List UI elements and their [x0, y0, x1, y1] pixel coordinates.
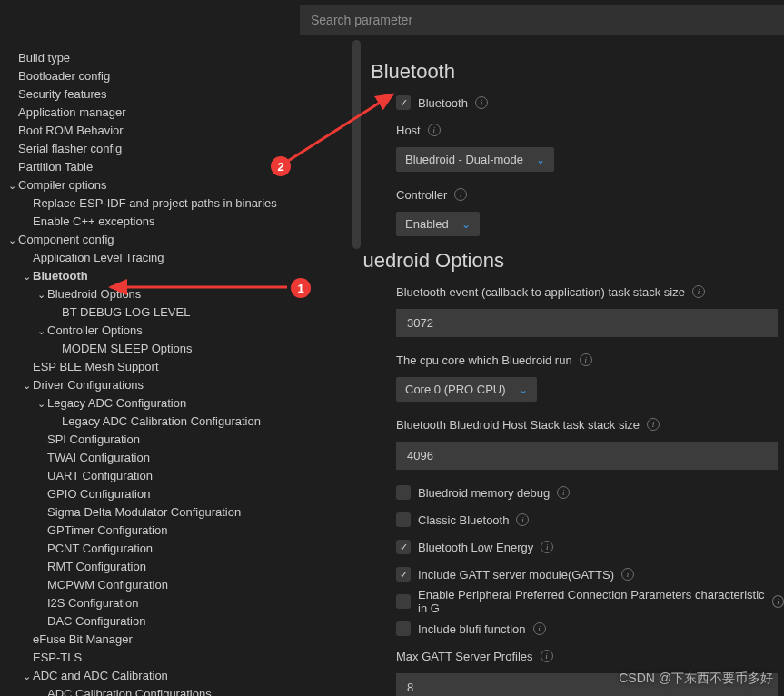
controller-select[interactable]: Enabled ⌄	[396, 212, 480, 236]
info-icon[interactable]: i	[533, 622, 546, 635]
sidebar-item[interactable]: ⌄Component config	[5, 231, 362, 249]
info-icon[interactable]: i	[621, 568, 634, 581]
sidebar-item[interactable]: ·UART Configuration	[5, 467, 362, 485]
sidebar-item[interactable]: ⌄Driver Configurations	[5, 376, 362, 394]
sidebar-item[interactable]: ·MODEM SLEEP Options	[5, 340, 362, 358]
info-icon[interactable]: i	[692, 285, 705, 298]
chevron-down-icon: ⌄	[35, 394, 47, 413]
sidebar-item-label: ADC Calibration Configurations	[47, 685, 212, 696]
sidebar-item-label: Boot ROM Behavior	[18, 122, 124, 140]
sidebar-item-label: I2S Configuration	[47, 594, 138, 612]
bluetooth-enable-checkbox[interactable]: ✓	[396, 95, 411, 110]
sidebar-item-label: Serial flasher config	[18, 140, 122, 158]
sidebar-item[interactable]: ·Replace ESP-IDF and project paths in bi…	[5, 194, 362, 213]
sidebar-item[interactable]: ·SPI Configuration	[5, 431, 362, 449]
chevron-down-icon: ⌄	[35, 322, 47, 340]
sidebar-item-label: Partition Table	[18, 158, 93, 176]
option-label: Include blufi function	[418, 622, 526, 636]
info-icon[interactable]: i	[580, 353, 592, 366]
sidebar-item[interactable]: ·Legacy ADC Calibration Configuration	[5, 413, 362, 431]
sidebar-item-label: Legacy ADC Calibration Configuration	[62, 413, 261, 431]
section-bluedroid-title: Bluedroid Options	[362, 249, 784, 273]
sidebar-item-label: Sigma Delta Modulator Configuration	[47, 503, 241, 522]
host-label: Host	[396, 124, 421, 137]
sidebar-item-label: Component config	[18, 231, 114, 249]
chevron-down-icon: ⌄	[5, 231, 18, 249]
sidebar-item[interactable]: ·Security features	[5, 85, 362, 104]
sidebar-item[interactable]: ⌄Legacy ADC Configuration	[5, 394, 362, 413]
host-stack-input[interactable]	[396, 442, 778, 470]
info-icon[interactable]: i	[541, 541, 553, 553]
option-label: Enable Peripheral Preferred Connection P…	[418, 588, 765, 615]
sidebar-item[interactable]: ·DAC Configuration	[5, 612, 362, 631]
sidebar-item[interactable]: ·Bootloader config	[5, 67, 362, 85]
option-checkbox[interactable]: ✓	[396, 567, 411, 582]
sidebar-item[interactable]: ·ESP BLE Mesh Support	[5, 358, 362, 376]
option-checkbox[interactable]: ✓	[396, 485, 411, 500]
sidebar-item[interactable]: ·I2S Configuration	[5, 594, 362, 612]
sidebar-item[interactable]: ·MCPWM Configuration	[5, 576, 362, 594]
option-checkbox[interactable]: ✓	[396, 512, 411, 527]
sidebar-item-label: Enable C++ exceptions	[33, 213, 154, 231]
sidebar-item[interactable]: ·ADC Calibration Configurations	[5, 685, 362, 696]
info-icon[interactable]: i	[428, 124, 441, 136]
sidebar-item-label: PCNT Configuration	[47, 540, 153, 558]
sidebar-item[interactable]: ⌄Controller Options	[5, 322, 362, 340]
sidebar-item-label: Application Level Tracing	[33, 249, 164, 267]
sidebar-item[interactable]: ·Partition Table	[5, 158, 362, 176]
search-input[interactable]	[300, 5, 784, 35]
sidebar-item[interactable]: ·eFuse Bit Manager	[5, 631, 362, 649]
sidebar-item[interactable]: ·Boot ROM Behavior	[5, 122, 362, 140]
sidebar-item[interactable]: ·PCNT Configuration	[5, 540, 362, 558]
sidebar-item[interactable]: ⌄Compiler options	[5, 176, 362, 194]
stack-cb-input[interactable]	[396, 309, 778, 337]
scrollbar[interactable]	[352, 40, 361, 696]
option-label: Bluedroid memory debug	[418, 486, 550, 500]
option-checkbox[interactable]: ✓	[396, 594, 411, 609]
chevron-down-icon: ⌄	[20, 667, 33, 685]
option-label: Classic Bluetooth	[418, 513, 509, 527]
core-select-value: Core 0 (PRO CPU)	[405, 383, 506, 396]
controller-select-value: Enabled	[405, 217, 449, 231]
option-checkbox[interactable]: ✓	[396, 540, 411, 554]
info-icon[interactable]: i	[516, 513, 529, 526]
sidebar-item[interactable]: ·Enable C++ exceptions	[5, 213, 362, 231]
sidebar-item[interactable]: ·Sigma Delta Modulator Configuration	[5, 503, 362, 522]
section-bluetooth-title: Bluetooth	[371, 60, 784, 84]
info-icon[interactable]: i	[454, 188, 467, 201]
sidebar-item-label: Driver Configurations	[33, 376, 144, 394]
sidebar-item[interactable]: ·GPTimer Configuration	[5, 522, 362, 540]
controller-label: Controller	[396, 188, 447, 202]
sidebar-item[interactable]: ·Build type	[5, 49, 362, 67]
info-icon[interactable]: i	[541, 650, 553, 662]
info-icon[interactable]: i	[475, 96, 488, 109]
sidebar-item[interactable]: ·GPIO Configuration	[5, 485, 362, 503]
sidebar-item-label: GPTimer Configuration	[47, 522, 167, 540]
sidebar-item[interactable]: ·RMT Configuration	[5, 558, 362, 576]
sidebar-item[interactable]: ·Serial flasher config	[5, 140, 362, 158]
annotation-badge-2: 2	[271, 156, 291, 176]
option-label: Bluetooth Low Energy	[418, 541, 533, 554]
sidebar-item-label: ESP BLE Mesh Support	[33, 358, 159, 376]
info-icon[interactable]: i	[647, 418, 660, 431]
option-checkbox[interactable]: ✓	[396, 621, 411, 636]
host-select[interactable]: Bluedroid - Dual-mode ⌄	[396, 147, 554, 172]
sidebar-item[interactable]: ·TWAI Configuration	[5, 449, 362, 467]
sidebar-item[interactable]: ⌄ADC and ADC Calibration	[5, 667, 362, 685]
info-icon[interactable]: i	[557, 486, 570, 499]
chevron-down-icon: ⌄	[461, 218, 471, 231]
sidebar-item-label: RMT Configuration	[47, 558, 146, 576]
sidebar-item[interactable]: ·Application Level Tracing	[5, 249, 362, 267]
sidebar-item[interactable]: ·ESP-TLS	[5, 649, 362, 667]
sidebar-item-label: ESP-TLS	[33, 649, 82, 667]
sidebar-item[interactable]: ·BT DEBUG LOG LEVEL	[5, 303, 362, 322]
chevron-down-icon: ⌄	[35, 285, 47, 303]
sidebar-item[interactable]: ·Application manager	[5, 104, 362, 122]
core-select[interactable]: Core 0 (PRO CPU) ⌄	[396, 377, 537, 402]
sidebar-item-label: MODEM SLEEP Options	[62, 340, 193, 358]
info-icon[interactable]: i	[772, 595, 784, 608]
sidebar-item-label: BT DEBUG LOG LEVEL	[62, 303, 190, 322]
sidebar-item-label: Build type	[18, 49, 70, 67]
sidebar-item-label: Security features	[18, 85, 107, 104]
scrollbar-thumb[interactable]	[352, 40, 361, 249]
